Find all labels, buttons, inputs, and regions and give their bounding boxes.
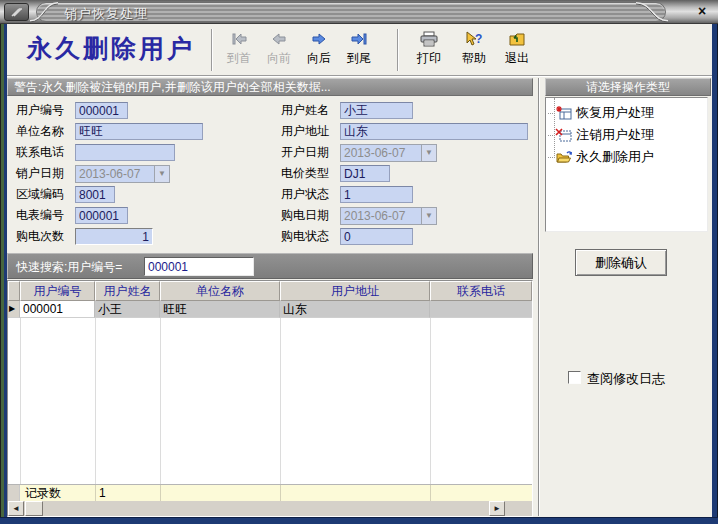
tree-line xyxy=(548,113,555,114)
nav-next-button[interactable]: 向后 xyxy=(299,29,339,73)
grid-line xyxy=(95,485,96,501)
option-delete-user[interactable]: 永久删除用户 xyxy=(548,147,654,167)
purchase-date-combo[interactable]: 2013-06-07 ▼ xyxy=(340,207,437,225)
purchase-count-field[interactable] xyxy=(75,228,153,245)
grid-line xyxy=(95,318,96,484)
purchase-date-label: 购电日期 xyxy=(281,207,329,224)
table-row[interactable]: ▶ 000001 小王 旺旺 山东 xyxy=(8,301,532,318)
unit-name-field[interactable] xyxy=(75,123,203,140)
window-border-right xyxy=(712,24,718,524)
panel-header: 请选择操作类型 xyxy=(545,78,711,96)
log-checkbox[interactable] xyxy=(568,371,581,384)
tree-line xyxy=(548,157,555,158)
cell-address[interactable]: 山东 xyxy=(280,301,430,318)
page-title: 永久删除用户 xyxy=(27,32,195,65)
horizontal-scrollbar[interactable]: ◄ ► xyxy=(8,501,532,516)
chevron-down-icon[interactable]: ▼ xyxy=(154,166,169,182)
grid-line xyxy=(160,485,161,501)
option-cancel-user[interactable]: 注销用户处理 xyxy=(548,125,654,145)
arrow-first-icon xyxy=(219,29,259,48)
close-date-label: 销户日期 xyxy=(16,165,64,182)
purchase-count-label: 购电次数 xyxy=(16,228,64,245)
log-checkbox-label[interactable]: 查阅修改日志 xyxy=(587,370,665,388)
open-date-value: 2013-06-07 xyxy=(341,145,421,161)
close-date-combo[interactable]: 2013-06-07 ▼ xyxy=(75,165,170,183)
toolbar-separator xyxy=(211,29,213,71)
folder-open-icon xyxy=(555,149,572,165)
scroll-left-icon[interactable]: ◄ xyxy=(8,501,24,516)
svg-text:?: ? xyxy=(475,32,482,46)
col-header-user-id[interactable]: 用户编号 xyxy=(20,281,95,301)
phone-field[interactable] xyxy=(75,144,175,161)
print-button[interactable]: 打印 xyxy=(409,29,449,73)
nav-prev-button[interactable]: 向前 xyxy=(259,29,299,73)
nav-first-button[interactable]: 到首 xyxy=(219,29,259,73)
current-row-arrow-icon: ▶ xyxy=(8,301,20,318)
col-header-unit-name[interactable]: 单位名称 xyxy=(160,281,280,301)
user-name-field[interactable] xyxy=(340,102,413,119)
cell-user-name[interactable]: 小王 xyxy=(95,301,160,318)
data-grid: 用户编号 用户姓名 单位名称 用户地址 联系电话 ▶ 000001 小王 旺旺 … xyxy=(7,280,533,517)
search-input[interactable] xyxy=(144,257,254,276)
user-id-field[interactable] xyxy=(75,102,128,119)
print-label: 打印 xyxy=(409,50,449,67)
nav-last-button[interactable]: 到尾 xyxy=(339,29,379,73)
cell-phone[interactable] xyxy=(430,301,532,318)
app-window: 销户恢复处理 × 永久删除用户 到首 向前 向后 xyxy=(0,0,718,524)
unit-name-label: 单位名称 xyxy=(16,123,64,140)
arrow-last-icon xyxy=(339,29,379,48)
help-icon: ? xyxy=(454,29,494,48)
window-border-left xyxy=(0,24,7,524)
user-status-label: 用户状态 xyxy=(281,186,329,203)
region-code-field[interactable] xyxy=(75,186,115,203)
col-header-address[interactable]: 用户地址 xyxy=(280,281,430,301)
record-count-label: 记录数 xyxy=(25,485,61,501)
nav-next-label: 向后 xyxy=(299,50,339,67)
exit-button[interactable]: 退出 xyxy=(497,29,537,73)
region-code-label: 区域编码 xyxy=(16,186,64,203)
col-header-user-name[interactable]: 用户姓名 xyxy=(95,281,160,301)
price-type-label: 电价类型 xyxy=(281,165,329,182)
grid-line xyxy=(430,318,431,484)
grid-line xyxy=(430,485,431,501)
grid-footer-row: 记录数 1 xyxy=(8,484,532,501)
row-selector-header xyxy=(8,281,20,301)
help-button[interactable]: ? 帮助 xyxy=(454,29,494,73)
exit-icon xyxy=(497,29,537,48)
operation-type-list: 恢复用户处理 注销用户处理 永久删除用户 xyxy=(545,97,708,232)
cell-user-id[interactable]: 000001 xyxy=(20,301,95,318)
grid-line xyxy=(20,318,21,484)
meter-no-field[interactable] xyxy=(75,207,128,224)
exit-label: 退出 xyxy=(497,50,537,67)
user-address-field[interactable] xyxy=(340,123,528,140)
toolbar-separator xyxy=(397,29,399,71)
chevron-down-icon[interactable]: ▼ xyxy=(421,208,436,224)
form-cancel-icon xyxy=(555,127,572,143)
nav-last-label: 到尾 xyxy=(339,50,379,67)
option-label: 注销用户处理 xyxy=(576,126,654,144)
meter-no-label: 电表编号 xyxy=(16,207,64,224)
close-icon[interactable]: × xyxy=(693,3,711,20)
window-border-bottom xyxy=(0,517,718,524)
open-date-combo[interactable]: 2013-06-07 ▼ xyxy=(340,144,437,162)
title-bar: 销户恢复处理 × xyxy=(0,0,718,24)
grid-line xyxy=(280,318,281,484)
search-label: 快速搜索:用户编号= xyxy=(16,259,122,276)
app-logo-icon xyxy=(4,3,29,21)
option-label: 永久删除用户 xyxy=(576,148,654,166)
tree-line xyxy=(548,135,555,136)
price-type-field[interactable] xyxy=(340,165,390,182)
user-address-label: 用户地址 xyxy=(281,123,329,140)
help-label: 帮助 xyxy=(454,50,494,67)
purchase-date-value: 2013-06-07 xyxy=(341,208,421,224)
cell-unit-name[interactable]: 旺旺 xyxy=(160,301,280,318)
scrollbar-thumb[interactable] xyxy=(25,501,43,516)
user-name-label: 用户姓名 xyxy=(281,102,329,119)
delete-confirm-button[interactable]: 删除确认 xyxy=(575,249,667,276)
option-restore-user[interactable]: 恢复用户处理 xyxy=(548,103,654,123)
chevron-down-icon[interactable]: ▼ xyxy=(421,145,436,161)
scroll-right-icon[interactable]: ► xyxy=(489,501,505,516)
col-header-phone[interactable]: 联系电话 xyxy=(430,281,532,301)
purchase-status-field[interactable] xyxy=(340,228,413,245)
user-status-field[interactable] xyxy=(340,186,413,203)
